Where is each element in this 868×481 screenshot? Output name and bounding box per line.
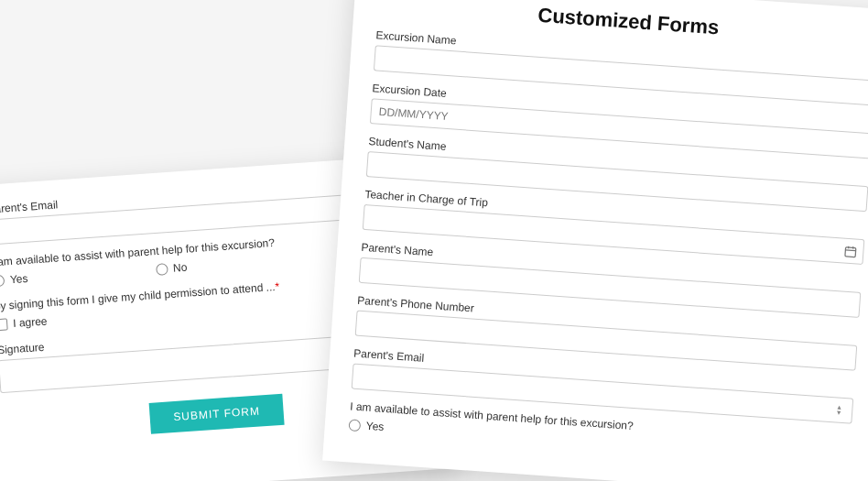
radio-icon bbox=[348, 419, 361, 432]
radio-yes-back[interactable]: Yes bbox=[0, 272, 28, 288]
radio-icon bbox=[0, 274, 5, 287]
radio-label-yes-back: Yes bbox=[9, 272, 28, 286]
checkbox-label-agree: I agree bbox=[13, 314, 48, 330]
radio-label-no-back: No bbox=[173, 261, 188, 275]
checkbox-icon bbox=[0, 318, 8, 331]
form-card-front: Customized Forms Excursion Name Excursio… bbox=[322, 0, 868, 481]
radio-no-back[interactable]: No bbox=[156, 261, 188, 276]
svg-rect-0 bbox=[844, 246, 855, 257]
stepper-icon[interactable]: ▲▼ bbox=[830, 401, 848, 419]
radio-icon bbox=[156, 263, 168, 276]
radio-label-yes-front: Yes bbox=[365, 420, 385, 433]
radio-yes-front[interactable]: Yes bbox=[348, 418, 384, 433]
calendar-icon[interactable] bbox=[841, 242, 859, 259]
svg-line-1 bbox=[845, 249, 855, 250]
submit-button[interactable]: SUBMIT FORM bbox=[148, 394, 285, 434]
required-asterisk: * bbox=[275, 280, 280, 293]
